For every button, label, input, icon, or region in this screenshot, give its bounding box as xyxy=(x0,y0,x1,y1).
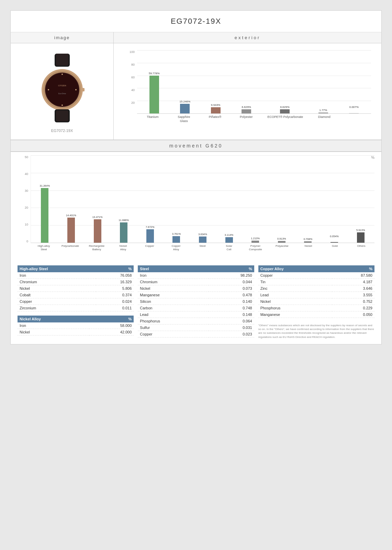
mov-x-1: Polycarbonate xyxy=(57,243,83,262)
table-row: Manganese0.478 xyxy=(138,292,254,298)
mov-bar-12 xyxy=(357,232,365,243)
mov-bar-7 xyxy=(225,237,233,243)
table-row: Cobalt0.374 xyxy=(18,292,134,298)
table-row: Sulfur0.031 xyxy=(138,324,254,331)
svg-point-5 xyxy=(46,73,79,106)
mov-x-7: SolarCell xyxy=(216,243,242,262)
table-row: Carbon0.748 xyxy=(138,305,254,311)
mov-y-50: 50 xyxy=(25,155,28,159)
exterior-panel: 100 80 60 40 20 xyxy=(114,43,381,140)
table-row: Chromium16.329 xyxy=(18,279,134,285)
mov-x-5: CopperAlloy xyxy=(163,243,189,262)
mov-bar-3 xyxy=(120,222,127,243)
mov-y-20: 20 xyxy=(25,206,28,209)
bar-label-polyester-pct: 6.629% xyxy=(242,106,251,109)
mov-bar-pct-10: 0.708% xyxy=(304,238,312,241)
page-title: EG7072-19X xyxy=(11,11,381,32)
bar-polycarb xyxy=(318,112,328,113)
watch-image: CITIZEN Eco-Drive xyxy=(28,50,97,126)
mov-bar-pct-9: 0.913% xyxy=(277,237,286,240)
high-alloy-steel-pct-header: % xyxy=(96,265,134,272)
x-label-polycarb: Diamond xyxy=(309,114,340,129)
mov-x-11: Gold xyxy=(322,243,348,262)
table-row: Copper0.023 xyxy=(138,331,254,338)
svg-point-12 xyxy=(75,89,77,90)
nickel-alloy-header: Nickel Alloy xyxy=(18,316,89,322)
nickel-alloy-pct-header: % xyxy=(89,316,134,322)
table-row: Lead3.555 xyxy=(258,292,374,298)
svg-rect-6 xyxy=(82,88,85,91)
bar-label-other-pct: 0.007% xyxy=(349,106,359,109)
mov-bar-pct-6: 3.634% xyxy=(198,233,207,236)
bar-sapphire xyxy=(180,104,190,113)
mov-x-10: Nickel xyxy=(295,243,322,262)
mov-y-40: 40 xyxy=(25,172,28,176)
bar-label-sapphire-pct: 15.246% xyxy=(179,100,190,103)
bar-titanium xyxy=(149,76,159,113)
high-alloy-steel-header: High-alloy Steel xyxy=(18,265,96,272)
mov-bar-8 xyxy=(251,241,259,243)
copper-alloy-table: Copper Alloy % Copper87.580 Tin4.187 Zin… xyxy=(258,265,374,318)
x-label-sapphire: SapphireGlass xyxy=(168,114,200,129)
svg-text:Eco-Drive: Eco-Drive xyxy=(58,92,66,95)
bar-label-ecopet-pct: 6.629% xyxy=(280,106,289,109)
bar-label-titanium-pct: 59.778% xyxy=(149,72,160,75)
x-label-diamond xyxy=(340,114,371,129)
y-label-80: 80 xyxy=(131,63,135,66)
table-row: Zinc3.646 xyxy=(258,285,374,292)
table-row: Phosphorus0.229 xyxy=(258,305,374,311)
bar-other xyxy=(349,113,359,113)
steel-table: Steel % Iron98.250 Chromium0.044 Nickel0… xyxy=(138,265,254,338)
mov-x-4: Copper xyxy=(136,243,163,262)
table-row: Manganese0.050 xyxy=(258,311,374,318)
mov-bar-9 xyxy=(278,241,285,243)
mov-bar-pct-12: 5.913% xyxy=(356,229,365,232)
exterior-section-header: exterior xyxy=(114,32,381,43)
movement-section: % 50 40 30 20 10 0 xyxy=(11,152,381,344)
table-row: Iron58.000 xyxy=(18,322,134,329)
x-label-pinatex: Piñatex® xyxy=(200,114,231,129)
mov-x-9: Polyacetal xyxy=(269,243,295,262)
svg-point-9 xyxy=(61,74,63,75)
mov-bar-pct-4: 7.672% xyxy=(146,226,154,229)
table-row: Nickel0.073 xyxy=(138,285,254,292)
watch-label: EG7072-19X xyxy=(51,129,73,133)
mov-bar-0 xyxy=(41,188,48,243)
table-row: Nickel5.806 xyxy=(18,285,134,292)
svg-rect-14 xyxy=(56,110,68,121)
table-row: Copper0.024 xyxy=(18,298,134,305)
mov-x-6: Steel xyxy=(189,243,216,262)
table-row: Tin4.187 xyxy=(258,279,374,285)
mov-bar-5 xyxy=(172,236,180,243)
svg-text:CITIZEN: CITIZEN xyxy=(58,85,66,87)
mov-bar-pct-11: 0.054% xyxy=(330,235,338,238)
table-row: Zirconium0.011 xyxy=(18,305,134,311)
image-panel: CITIZEN Eco-Drive EG7072-19X xyxy=(11,43,114,140)
y-label-100: 100 xyxy=(130,50,135,54)
mov-x-12: Others xyxy=(348,243,374,262)
steel-header: Steel xyxy=(138,265,209,272)
mov-x-0: High-alloySteel xyxy=(31,243,57,262)
svg-point-11 xyxy=(48,89,49,90)
table-row: Nickel0.752 xyxy=(258,298,374,305)
mov-x-3: NickelAlloy xyxy=(110,243,136,262)
mov-bar-pct-5: 3.761% xyxy=(172,232,181,235)
steel-pct-header: % xyxy=(209,265,254,272)
image-section-header: image xyxy=(11,32,114,43)
svg-rect-1 xyxy=(56,54,68,66)
y-label-40: 40 xyxy=(131,88,135,92)
table-row: Silicon0.140 xyxy=(138,298,254,305)
mov-y-0: 0 xyxy=(26,240,28,243)
mov-bar-11 xyxy=(331,242,338,243)
mov-bar-pct-0: 31.264% xyxy=(40,184,50,187)
mov-x-8: PolymerComposite xyxy=(242,243,269,262)
movement-section-header: movement G620 xyxy=(11,140,381,152)
tables-container: High-alloy Steel % Iron76.058 Chromium16… xyxy=(11,262,381,344)
mov-bar-2 xyxy=(94,219,101,243)
mov-y-10: 10 xyxy=(25,223,28,226)
table-row: Chromium0.044 xyxy=(138,279,254,285)
bar-ecopet xyxy=(280,109,290,113)
x-label-polyester: Polyester xyxy=(231,114,262,129)
table-row: Iron76.058 xyxy=(18,272,134,279)
footnote: "Others" means substances which are not … xyxy=(258,323,374,339)
